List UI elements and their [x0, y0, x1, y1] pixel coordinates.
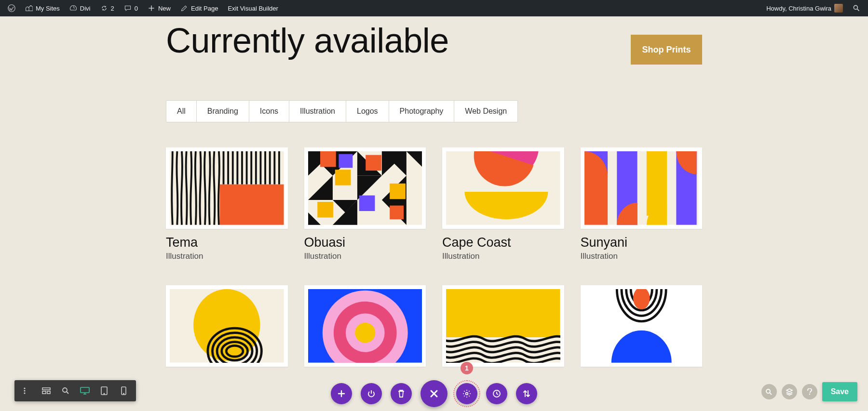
- sort-button[interactable]: [516, 383, 537, 404]
- update-icon: [100, 4, 108, 12]
- history-button[interactable]: [486, 383, 507, 404]
- svg-rect-39: [42, 391, 46, 394]
- builder-viewport-bar: [14, 380, 136, 401]
- svg-point-46: [123, 393, 124, 394]
- thumbnail: [166, 285, 288, 367]
- svg-rect-6: [335, 170, 351, 185]
- builder-menu-button[interactable]: [17, 380, 37, 401]
- exit-visual-builder[interactable]: Exit Visual Builder: [223, 0, 283, 16]
- tab-all[interactable]: All: [166, 101, 197, 122]
- phone-view-button[interactable]: [114, 380, 133, 401]
- save-button[interactable]: Save: [822, 382, 857, 401]
- howdy-label: Howdy, Christina Gwira: [766, 5, 831, 12]
- pencil-icon: [180, 4, 188, 12]
- card-category: Illustration: [166, 252, 288, 261]
- card-title: Tema: [166, 236, 288, 250]
- portfolio-grid: Tema Illustration: [166, 147, 702, 367]
- card-title: Sunyani: [581, 236, 703, 250]
- thumbnail: [166, 147, 288, 229]
- updates-count: 2: [111, 5, 114, 12]
- card-category: Illustration: [581, 252, 703, 261]
- tablet-view-button[interactable]: [95, 380, 114, 401]
- updates-menu[interactable]: 2: [95, 0, 119, 16]
- site-name-menu[interactable]: Divi: [65, 0, 95, 16]
- card-title: Obuasi: [304, 236, 426, 250]
- avatar: [834, 4, 843, 13]
- tab-illustration[interactable]: Illustration: [289, 101, 346, 122]
- my-sites-menu[interactable]: My Sites: [20, 0, 65, 16]
- svg-rect-38: [42, 388, 50, 390]
- shop-prints-button[interactable]: Shop Prints: [631, 35, 702, 65]
- svg-rect-11: [339, 154, 353, 168]
- thumbnail: [304, 147, 426, 229]
- portfolio-item[interactable]: Tema Illustration: [166, 147, 288, 261]
- tab-web-design[interactable]: Web Design: [454, 101, 517, 122]
- svg-rect-5: [320, 151, 336, 167]
- plus-icon: [148, 4, 155, 12]
- thumbnail: [581, 147, 703, 229]
- layers-button[interactable]: [782, 384, 797, 399]
- svg-point-1: [854, 5, 857, 9]
- add-section-button[interactable]: [331, 383, 352, 404]
- svg-rect-8: [359, 196, 375, 211]
- comment-icon: [124, 4, 132, 12]
- comments-menu[interactable]: 0: [119, 0, 143, 16]
- svg-rect-31: [446, 289, 560, 337]
- thumbnail: [581, 285, 703, 367]
- wp-logo[interactable]: [3, 0, 20, 16]
- svg-point-49: [766, 389, 770, 393]
- portfolio-item[interactable]: [442, 285, 564, 367]
- search-icon: [853, 4, 860, 12]
- svg-point-41: [63, 388, 67, 392]
- wireframe-view-button[interactable]: [37, 380, 56, 401]
- gauge-icon: [69, 4, 77, 12]
- search-toggle[interactable]: [848, 0, 865, 16]
- portfolio-item[interactable]: [304, 285, 426, 367]
- wp-admin-bar: My Sites Divi 2 0 New Edit Page Exit Vis…: [0, 0, 868, 16]
- power-button[interactable]: [361, 383, 382, 404]
- help-button[interactable]: [802, 384, 817, 399]
- thumbnail: [304, 285, 426, 367]
- tab-branding[interactable]: Branding: [197, 101, 249, 122]
- step-badge: 1: [461, 362, 473, 374]
- svg-rect-9: [317, 202, 333, 217]
- zoom-view-button[interactable]: [56, 380, 75, 401]
- find-button[interactable]: [761, 384, 777, 399]
- new-content-menu[interactable]: New: [143, 0, 176, 16]
- tab-icons[interactable]: Icons: [249, 101, 289, 122]
- svg-rect-40: [47, 391, 50, 394]
- svg-rect-42: [81, 387, 89, 393]
- svg-point-30: [355, 323, 375, 343]
- svg-point-36: [24, 390, 25, 391]
- portfolio-item[interactable]: Sunyani Illustration: [581, 147, 703, 261]
- highlight-ring: [453, 380, 480, 407]
- svg-rect-10: [390, 184, 406, 199]
- my-sites-label: My Sites: [36, 5, 60, 12]
- edit-page-menu[interactable]: Edit Page: [176, 0, 223, 16]
- tab-logos[interactable]: Logos: [346, 101, 389, 122]
- portfolio-item[interactable]: [166, 285, 288, 367]
- thumbnail: [442, 285, 564, 367]
- filter-tabs: All Branding Icons Illustration Logos Ph…: [166, 100, 518, 122]
- close-panel-button[interactable]: [420, 380, 448, 407]
- tab-photography[interactable]: Photography: [389, 101, 455, 122]
- desktop-view-button[interactable]: [75, 380, 95, 401]
- card-category: Illustration: [304, 252, 426, 261]
- page-title: Currently available: [166, 23, 702, 58]
- sites-icon: [25, 4, 33, 12]
- edit-page-label: Edit Page: [191, 5, 218, 12]
- portfolio-item[interactable]: Obuasi Illustration: [304, 147, 426, 261]
- svg-point-50: [809, 394, 810, 395]
- svg-point-35: [24, 387, 25, 389]
- svg-rect-12: [390, 206, 404, 220]
- delete-button[interactable]: [391, 383, 412, 404]
- svg-point-37: [24, 392, 25, 394]
- portfolio-item[interactable]: [581, 285, 703, 367]
- my-account-menu[interactable]: Howdy, Christina Gwira: [761, 0, 848, 16]
- portfolio-item[interactable]: Cape Coast Illustration: [442, 147, 564, 261]
- new-label: New: [158, 5, 171, 12]
- page-canvas: Currently available Shop Prints All Bran…: [0, 16, 868, 411]
- card-title: Cape Coast: [442, 236, 564, 250]
- comments-count: 0: [135, 5, 138, 12]
- builder-save-bar: Save: [761, 382, 857, 401]
